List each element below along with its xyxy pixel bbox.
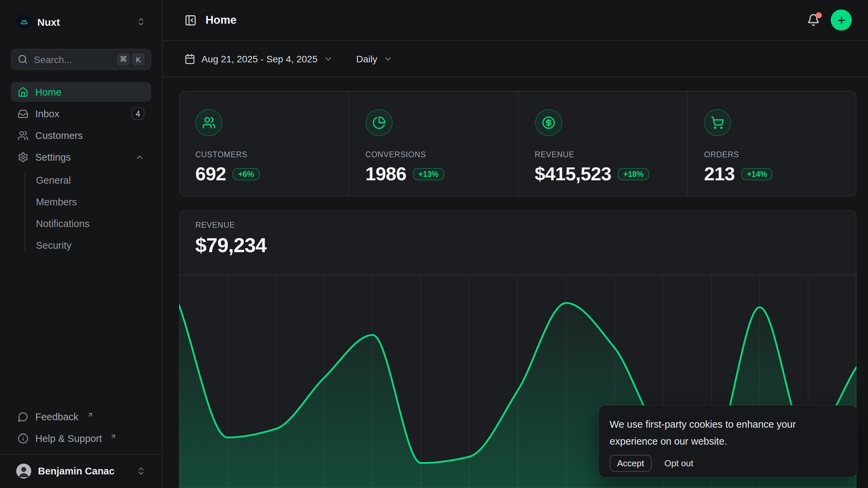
stat-conversions[interactable]: CONVERSIONS 1986 +13% [349, 91, 518, 197]
home-icon [18, 86, 28, 97]
inbox-count-badge: 4 [132, 107, 144, 120]
sidebar-item-home[interactable]: Home [11, 82, 151, 102]
external-link-icon [110, 433, 117, 440]
avatar [16, 464, 31, 479]
header-actions [807, 9, 852, 30]
team-name: Nuxt [37, 16, 60, 27]
cookie-message-line2: experience on our website. [610, 433, 846, 450]
chevron-down-icon [383, 54, 393, 63]
sidebar-subitem-notifications[interactable]: Notifications [11, 215, 151, 232]
stat-delta-badge: +18% [618, 168, 649, 180]
granularity-value: Daily [356, 53, 377, 64]
stat-label: REVENUE [535, 150, 671, 159]
sidebar: Nuxt Search... ⌘ K [0, 0, 163, 488]
top-header: Home [163, 0, 868, 41]
sidebar-subitem-members[interactable]: Members [11, 193, 151, 211]
sidebar-subitem-general[interactable]: General [11, 171, 151, 189]
feedback-link[interactable]: Feedback [11, 408, 151, 426]
gear-icon [18, 151, 28, 162]
chevrons-up-down-icon [136, 466, 146, 476]
stat-label: CUSTOMERS [195, 150, 332, 159]
collapse-sidebar-icon[interactable] [184, 14, 197, 26]
chevron-up-icon [135, 152, 144, 162]
sidebar-nav: Home Inbox 4 C [11, 82, 151, 254]
date-range-picker[interactable]: Aug 21, 2025 - Sep 4, 2025 [184, 53, 333, 64]
dollar-circle-icon [535, 109, 562, 136]
stat-value: 692 [195, 163, 226, 185]
sidebar-item-label: Inbox [35, 108, 59, 119]
sidebar-item-customers[interactable]: Customers [11, 125, 151, 145]
stat-revenue[interactable]: REVENUE $415,523 +18% [518, 91, 687, 197]
team-switcher[interactable]: Nuxt [11, 9, 151, 34]
stat-value: 1986 [366, 163, 407, 185]
chat-bubble-icon [18, 411, 28, 422]
sidebar-subitem-security[interactable]: Security [11, 237, 151, 254]
date-range-value: Aug 21, 2025 - Sep 4, 2025 [201, 53, 318, 64]
stats-card-row: CUSTOMERS 692 +6% CONVERSIONS [179, 91, 856, 197]
sidebar-item-label: Settings [35, 151, 71, 162]
page-title: Home [205, 14, 237, 26]
calendar-icon [184, 53, 195, 64]
users-icon [195, 109, 222, 136]
stat-label: CONVERSIONS [366, 150, 502, 159]
help-support-link[interactable]: Help & Support [11, 430, 151, 447]
cookie-banner: We use first-party cookies to enhance yo… [599, 405, 857, 477]
help-support-label: Help & Support [35, 433, 102, 444]
notification-dot [816, 12, 822, 18]
accept-button[interactable]: Accept [610, 455, 652, 472]
sidebar-item-label: Customers [35, 130, 83, 141]
search-icon [18, 54, 28, 64]
chart-total: $79,234 [195, 234, 840, 257]
external-link-icon [86, 411, 93, 418]
search-input[interactable]: Search... ⌘ K [11, 49, 151, 70]
stat-value: 213 [704, 163, 735, 185]
stat-delta-badge: +13% [413, 168, 444, 180]
notifications-bell-icon[interactable] [807, 14, 820, 26]
pie-chart-icon [366, 109, 393, 136]
cookie-actions: Accept Opt out [610, 455, 846, 472]
sidebar-item-label: Home [35, 86, 61, 97]
info-circle-icon [18, 433, 28, 444]
stat-orders[interactable]: ORDERS 213 +14% [687, 91, 857, 197]
feedback-label: Feedback [35, 411, 78, 422]
chart-label: REVENUE [195, 221, 840, 229]
sidebar-item-settings[interactable]: Settings [11, 147, 151, 167]
user-name: Benjamin Canac [38, 466, 115, 476]
sidebar-spacer [11, 254, 151, 404]
stat-value: $415,523 [535, 163, 611, 185]
chevron-down-icon [324, 54, 333, 63]
granularity-select[interactable]: Daily [356, 53, 393, 64]
kbd-cmd: ⌘ [117, 54, 130, 65]
users-icon [18, 130, 28, 141]
sidebar-item-inbox[interactable]: Inbox 4 [11, 104, 151, 123]
kbd-k: K [132, 54, 144, 65]
sidebar-divider [0, 454, 162, 455]
inbox-icon [18, 108, 28, 119]
stat-customers[interactable]: CUSTOMERS 692 +6% [179, 91, 349, 197]
app-window: Nuxt Search... ⌘ K [0, 0, 868, 488]
add-button[interactable] [831, 9, 852, 30]
stat-label: ORDERS [704, 150, 841, 159]
nuxt-logo-icon [16, 14, 31, 29]
filters-toolbar: Aug 21, 2025 - Sep 4, 2025 Daily [163, 41, 868, 77]
opt-out-button[interactable]: Opt out [665, 458, 693, 468]
cart-icon [704, 109, 731, 136]
chevrons-up-down-icon [136, 17, 146, 26]
search-placeholder: Search... [34, 54, 72, 65]
revenue-chart-header: REVENUE $79,234 [179, 210, 856, 274]
user-menu-button[interactable]: Benjamin Canac [11, 460, 151, 483]
search-shortcut: ⌘ K [117, 54, 144, 65]
cookie-message-line1: We use first-party cookies to enhance yo… [610, 416, 846, 433]
stat-delta-badge: +6% [233, 168, 259, 180]
stat-delta-badge: +14% [742, 168, 772, 180]
settings-subnav: General Members Notifications Security [11, 171, 151, 254]
